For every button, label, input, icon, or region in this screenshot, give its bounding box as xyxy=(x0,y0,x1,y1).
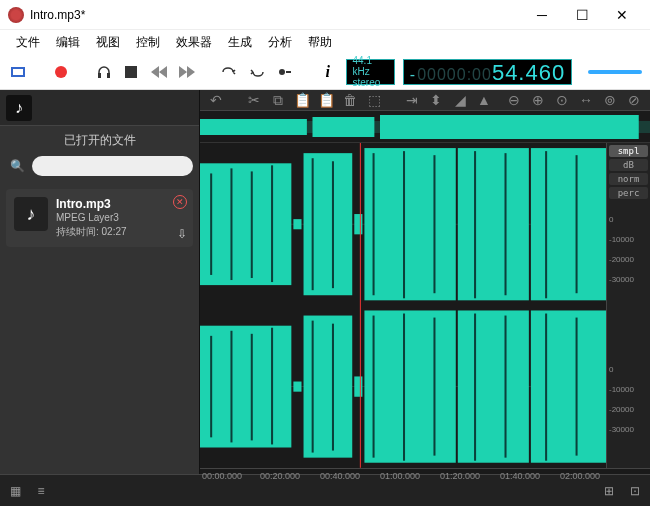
loop-icon[interactable] xyxy=(220,61,240,83)
crop-icon[interactable]: ⬚ xyxy=(364,90,384,110)
transport-toolbar: i 44.1 kHz stereo - 00000:00 54.460 xyxy=(0,54,650,90)
scale-btn-perc[interactable]: perc xyxy=(609,187,648,199)
search-input[interactable] xyxy=(32,156,193,176)
svg-rect-32 xyxy=(200,326,291,448)
zoom-out-icon[interactable]: ⊖ xyxy=(504,90,524,110)
file-note-icon: ♪ xyxy=(14,197,48,231)
timeline-ruler[interactable]: 00:00.000 00:20.000 00:40.000 01:00.000 … xyxy=(200,468,650,474)
sb-i2-icon[interactable]: ⊡ xyxy=(626,482,644,500)
tool-rect-icon[interactable] xyxy=(8,61,28,83)
svg-rect-17 xyxy=(458,148,529,300)
stop-button[interactable] xyxy=(121,61,141,83)
tool-i3-icon[interactable]: ◢ xyxy=(450,90,470,110)
zoom-sel-icon[interactable]: ⊙ xyxy=(552,90,572,110)
svg-rect-3 xyxy=(107,73,110,78)
menu-generate[interactable]: 生成 xyxy=(220,31,260,54)
scale-btn-norm[interactable]: norm xyxy=(609,173,648,185)
svg-rect-7 xyxy=(200,119,307,135)
svg-rect-15 xyxy=(354,214,362,234)
file-name: Intro.mp3 xyxy=(56,197,185,211)
paste-mix-icon[interactable]: 📋 xyxy=(316,90,336,110)
tool-t1-icon[interactable]: ⊚ xyxy=(600,90,620,110)
scale-btn-smpl[interactable]: smpl xyxy=(609,145,648,157)
window-title: Intro.mp3* xyxy=(30,8,522,22)
menu-control[interactable]: 控制 xyxy=(128,31,168,54)
headphones-icon[interactable] xyxy=(94,61,114,83)
file-download-icon[interactable]: ⇩ xyxy=(177,227,187,241)
svg-rect-25 xyxy=(373,153,375,295)
forward-button[interactable] xyxy=(177,61,197,83)
time-value: 54.460 xyxy=(492,60,565,86)
svg-rect-24 xyxy=(332,161,334,288)
timeline-tick: 00:20.000 xyxy=(260,471,300,481)
sb-list-icon[interactable]: ≡ xyxy=(32,482,50,500)
timeline-tick: 02:00.000 xyxy=(560,471,600,481)
menu-effects[interactable]: 效果器 xyxy=(168,31,220,54)
menu-view[interactable]: 视图 xyxy=(88,31,128,54)
svg-rect-39 xyxy=(210,336,212,437)
svg-rect-47 xyxy=(433,318,435,456)
search-icon[interactable]: 🔍 xyxy=(6,155,28,177)
cut-icon[interactable]: ✂ xyxy=(244,90,264,110)
scale-tick: -20000 xyxy=(609,255,634,264)
record-button[interactable] xyxy=(51,61,71,83)
svg-rect-26 xyxy=(403,151,405,298)
editor-toolbar: ↶ ✂ ⧉ 📋 📋 🗑 ⬚ ⇥ ⬍ ◢ ▲ ⊖ ⊕ ⊙ ↔ ⊚ ⊘ xyxy=(200,90,650,111)
scale-tick: -30000 xyxy=(609,425,634,434)
svg-rect-42 xyxy=(271,328,273,445)
svg-rect-38 xyxy=(531,310,606,462)
svg-rect-29 xyxy=(505,153,507,295)
app-icon xyxy=(8,7,24,23)
trash-icon[interactable]: 🗑 xyxy=(340,90,360,110)
info-icon[interactable]: i xyxy=(318,61,338,83)
menu-edit[interactable]: 编辑 xyxy=(48,31,88,54)
menu-file[interactable]: 文件 xyxy=(8,31,48,54)
tool-i4-icon[interactable]: ▲ xyxy=(474,90,494,110)
paste-icon[interactable]: 📋 xyxy=(292,90,312,110)
sample-rate-label: 44.1 kHz xyxy=(353,55,388,77)
svg-rect-36 xyxy=(364,310,455,462)
time-sign: - xyxy=(410,66,415,84)
minimize-button[interactable]: ─ xyxy=(522,0,562,30)
repeat-icon[interactable] xyxy=(247,61,267,83)
scale-tick: -30000 xyxy=(609,275,634,284)
svg-rect-46 xyxy=(403,314,405,461)
close-button[interactable]: ✕ xyxy=(602,0,642,30)
waveform-canvas[interactable] xyxy=(200,143,606,468)
file-card[interactable]: ♪ Intro.mp3 MPEG Layer3 持续时间: 02:27 ✕ ⇩ xyxy=(6,189,193,247)
zoom-fit-icon[interactable]: ↔ xyxy=(576,90,596,110)
tool-t2-icon[interactable]: ⊘ xyxy=(624,90,644,110)
svg-rect-2 xyxy=(98,73,101,78)
svg-rect-44 xyxy=(332,324,334,451)
tool-i1-icon[interactable]: ⇥ xyxy=(402,90,422,110)
file-close-button[interactable]: ✕ xyxy=(173,195,187,209)
titlebar: Intro.mp3* ─ ☐ ✕ xyxy=(0,0,650,30)
overview-strip[interactable] xyxy=(200,111,650,143)
menu-help[interactable]: 帮助 xyxy=(300,31,340,54)
rewind-button[interactable] xyxy=(149,61,169,83)
channels-label: stereo xyxy=(353,77,388,88)
volume-slider[interactable] xyxy=(588,70,642,74)
undo-icon[interactable]: ↶ xyxy=(206,90,226,110)
scale-tick: -10000 xyxy=(609,385,634,394)
svg-rect-37 xyxy=(458,310,529,462)
svg-rect-41 xyxy=(251,334,253,441)
svg-rect-34 xyxy=(304,316,353,458)
scale-tick: 0 xyxy=(609,365,613,374)
svg-rect-16 xyxy=(364,148,455,300)
scale-btn-db[interactable]: dB xyxy=(609,159,648,171)
timeline-tick: 01:40.000 xyxy=(500,471,540,481)
editor: ↶ ✂ ⧉ 📋 📋 🗑 ⬚ ⇥ ⬍ ◢ ▲ ⊖ ⊕ ⊙ ↔ ⊚ ⊘ xyxy=(200,90,650,474)
scale-tick: -10000 xyxy=(609,235,634,244)
marker-icon[interactable] xyxy=(275,61,295,83)
copy-icon[interactable]: ⧉ xyxy=(268,90,288,110)
tool-i2-icon[interactable]: ⬍ xyxy=(426,90,446,110)
menu-analyze[interactable]: 分析 xyxy=(260,31,300,54)
maximize-button[interactable]: ☐ xyxy=(562,0,602,30)
zoom-in-icon[interactable]: ⊕ xyxy=(528,90,548,110)
svg-rect-18 xyxy=(531,148,606,300)
sb-layout-icon[interactable]: ▦ xyxy=(6,482,24,500)
svg-rect-8 xyxy=(313,117,375,137)
sb-i1-icon[interactable]: ⊞ xyxy=(600,482,618,500)
time-display: - 00000:00 54.460 xyxy=(403,59,572,85)
